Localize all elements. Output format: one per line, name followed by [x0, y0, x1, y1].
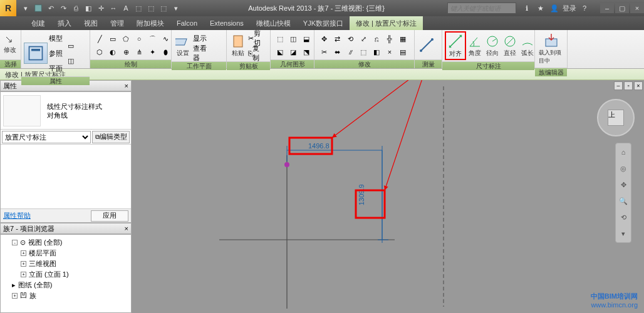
qat-open-icon[interactable]: ▾: [20, 3, 31, 14]
apply-button[interactable]: 应用: [91, 210, 128, 222]
model-button[interactable]: 模型: [49, 31, 63, 45]
copy-button[interactable]: ⎘复制: [248, 46, 262, 60]
mod-icon-4[interactable]: ⤢: [356, 32, 370, 46]
arc-icon[interactable]: ⌒: [145, 32, 159, 46]
tree-item-3dview[interactable]: +三维视图: [3, 259, 128, 269]
draw-icon-9[interactable]: ⊕: [119, 45, 133, 59]
show-workplane-button[interactable]: 显示: [193, 31, 207, 45]
qat-btn-5[interactable]: ◧: [83, 3, 94, 14]
viewer-button[interactable]: 查看器: [193, 46, 207, 60]
browser-panel-header[interactable]: 族7 - 项目浏览器 ×: [0, 223, 132, 234]
radial-dimension-button[interactable]: 径向: [484, 33, 501, 59]
tab-olive[interactable]: 橄榄山快模: [250, 16, 297, 30]
info-icon[interactable]: ℹ: [521, 3, 532, 14]
line-icon[interactable]: ╱: [93, 32, 106, 46]
draw-icon-12[interactable]: ⬮: [158, 45, 172, 59]
tab-addins[interactable]: 附加模块: [130, 16, 170, 30]
tab-extensions[interactable]: Extensions: [204, 16, 250, 30]
expand-icon[interactable]: +: [21, 250, 26, 256]
nav-pan-icon[interactable]: ✥: [617, 178, 630, 191]
cut-button[interactable]: ✂剪切: [248, 31, 262, 45]
measure-button[interactable]: [417, 36, 436, 54]
mod-icon-2[interactable]: ⇄: [330, 32, 344, 46]
spline-icon[interactable]: ∿: [158, 32, 172, 46]
mod-icon-8[interactable]: ✂: [317, 45, 331, 59]
expand-icon[interactable]: +: [21, 272, 26, 277]
mod-icon-1[interactable]: ✥: [317, 32, 331, 46]
properties-help-link[interactable]: 属性帮助: [3, 211, 31, 220]
rb-icon-a2[interactable]: ◫: [64, 54, 78, 68]
tab-insert[interactable]: 插入: [51, 16, 78, 30]
mod-icon-5[interactable]: ⎌: [370, 32, 383, 46]
category-dropdown[interactable]: 放置尺寸标注: [2, 131, 91, 143]
draw-icon-8[interactable]: ◐: [106, 45, 120, 59]
draw-icon-10[interactable]: ⋔: [132, 45, 146, 59]
expand-icon[interactable]: +: [12, 293, 18, 299]
nav-home-icon[interactable]: ⌂: [617, 146, 630, 158]
draw-icon-11[interactable]: ✦: [145, 45, 159, 59]
view-cube-face[interactable]: 上: [608, 110, 624, 126]
mod-icon-10[interactable]: ⫽: [343, 45, 357, 59]
mod-icon-14[interactable]: ▤: [396, 45, 410, 59]
mod-icon-7[interactable]: ▦: [396, 32, 410, 46]
drawing-canvas[interactable]: – ▫ × 1496.8 1309.9: [132, 80, 644, 313]
geom-icon-5[interactable]: ◪: [286, 45, 300, 59]
qat-undo-icon[interactable]: ↶: [45, 3, 56, 14]
user-icon[interactable]: 👤: [549, 3, 560, 14]
tree-item-elevation[interactable]: +立面 (立面 1): [3, 269, 128, 280]
dimension-endpoint[interactable]: [284, 162, 289, 167]
qat-print-icon[interactable]: ⎙: [70, 3, 81, 14]
tree-item-views[interactable]: -⊙ 视图 (全部): [3, 237, 128, 248]
qat-btn-7[interactable]: ↔: [108, 3, 119, 14]
properties-button[interactable]: [24, 43, 48, 64]
plane-button[interactable]: 平面: [49, 61, 63, 75]
paste-button[interactable]: 粘贴: [229, 33, 247, 59]
geom-icon-3[interactable]: ⬓: [299, 32, 313, 46]
tree-item-sheets[interactable]: ▸ 图纸 (全部): [3, 280, 128, 290]
qat-btn-6[interactable]: ✛: [95, 3, 106, 14]
mod-icon-3[interactable]: ⟲: [343, 32, 357, 46]
app-logo[interactable]: R: [0, 0, 16, 16]
arc-length-dimension-button[interactable]: 弧长: [519, 33, 536, 59]
expand-icon[interactable]: +: [21, 261, 26, 267]
circle-icon[interactable]: ○: [132, 32, 146, 46]
tree-item-floorplan[interactable]: +楼层平面: [3, 248, 128, 259]
geom-icon-2[interactable]: ◫: [286, 32, 300, 46]
tree-item-families[interactable]: +凹 族: [3, 290, 128, 301]
qat-redo-icon[interactable]: ↷: [58, 3, 69, 14]
browser-close-icon[interactable]: ×: [125, 223, 128, 234]
load-into-project-button[interactable]: 载入到项目中: [538, 31, 564, 66]
tab-view[interactable]: 视图: [78, 16, 104, 30]
dimension-value-2[interactable]: 1309.9: [358, 184, 365, 205]
mod-icon-13[interactable]: ×: [383, 45, 397, 59]
diameter-dimension-button[interactable]: 直径: [501, 33, 519, 59]
draw-icon-7[interactable]: ⬡: [93, 45, 106, 59]
dimension-value-1[interactable]: 1496.8: [308, 142, 330, 150]
tab-manage[interactable]: 管理: [104, 16, 130, 30]
qat-dropdown-icon[interactable]: ▾: [170, 3, 182, 14]
rect-icon[interactable]: ▭: [106, 32, 120, 46]
nav-zoom-icon[interactable]: 🔍: [617, 195, 630, 207]
aligned-dimension-button[interactable]: 对齐: [445, 31, 466, 60]
mod-icon-9[interactable]: ⬌: [330, 45, 344, 59]
qat-save-icon[interactable]: [33, 3, 44, 14]
search-input[interactable]: [447, 3, 516, 14]
properties-close-icon[interactable]: ×: [125, 80, 128, 91]
qat-btn-10[interactable]: ⬚: [145, 3, 157, 14]
mod-icon-12[interactable]: ◧: [370, 45, 383, 59]
ref-button[interactable]: 参照: [49, 46, 63, 60]
help-icon[interactable]: ?: [579, 3, 590, 14]
angular-dimension-button[interactable]: 角度: [466, 33, 484, 59]
maximize-button[interactable]: ▢: [615, 3, 629, 13]
edit-type-button[interactable]: ⧉ 编辑类型: [92, 131, 130, 143]
qat-btn-8[interactable]: A: [120, 3, 132, 14]
star-icon[interactable]: ★: [535, 3, 546, 14]
view-cube[interactable]: 上: [597, 99, 635, 136]
geom-icon-1[interactable]: ⬚: [273, 32, 287, 46]
qat-btn-11[interactable]: ⬚: [158, 3, 169, 14]
nav-orbit-icon[interactable]: ⟲: [617, 211, 630, 223]
tab-create[interactable]: 创建: [25, 16, 51, 30]
expand-icon[interactable]: -: [12, 240, 18, 245]
mod-icon-11[interactable]: ⬚: [356, 45, 370, 59]
login-label[interactable]: 登录: [563, 4, 576, 13]
